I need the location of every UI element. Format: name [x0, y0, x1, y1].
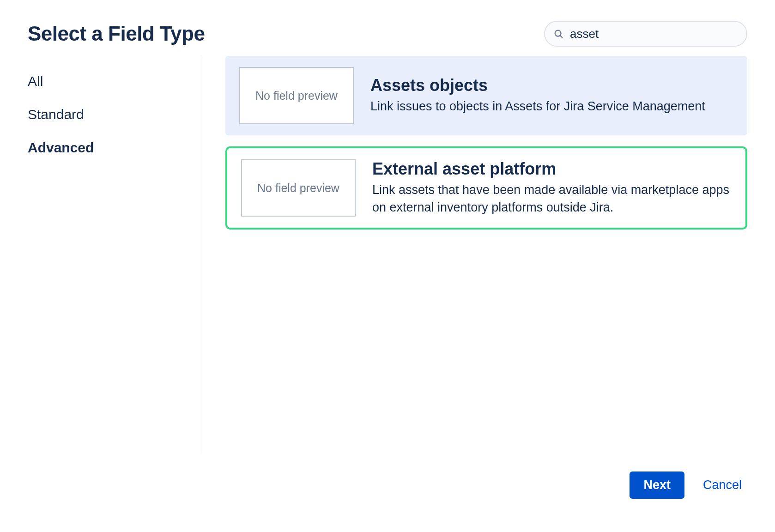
- search-input[interactable]: [544, 21, 747, 47]
- field-type-text: External asset platform Link assets that…: [372, 159, 732, 217]
- field-type-title: Assets objects: [370, 76, 733, 95]
- search-icon: [553, 29, 563, 39]
- field-type-text: Assets objects Link issues to objects in…: [370, 76, 733, 115]
- sidebar-item-standard[interactable]: Standard: [28, 102, 203, 135]
- svg-line-1: [560, 36, 562, 37]
- sidebar-item-advanced[interactable]: Advanced: [28, 135, 203, 169]
- cancel-button[interactable]: Cancel: [703, 478, 742, 492]
- field-type-title: External asset platform: [372, 159, 732, 179]
- field-preview-placeholder: No field preview: [239, 67, 354, 124]
- sidebar-item-all[interactable]: All: [28, 69, 203, 102]
- field-type-card-external-asset-platform[interactable]: No field preview External asset platform…: [225, 146, 747, 230]
- field-type-description: Link assets that have been made availabl…: [372, 181, 732, 217]
- category-sidebar: All Standard Advanced: [28, 56, 203, 453]
- field-type-card-assets-objects[interactable]: No field preview Assets objects Link iss…: [225, 56, 747, 135]
- page-title: Select a Field Type: [28, 22, 205, 45]
- field-preview-placeholder: No field preview: [241, 159, 356, 217]
- next-button[interactable]: Next: [630, 472, 684, 499]
- field-type-description: Link issues to objects in Assets for Jir…: [370, 98, 733, 115]
- search-field-wrap: [544, 21, 747, 47]
- field-type-list: No field preview Assets objects Link iss…: [203, 56, 747, 453]
